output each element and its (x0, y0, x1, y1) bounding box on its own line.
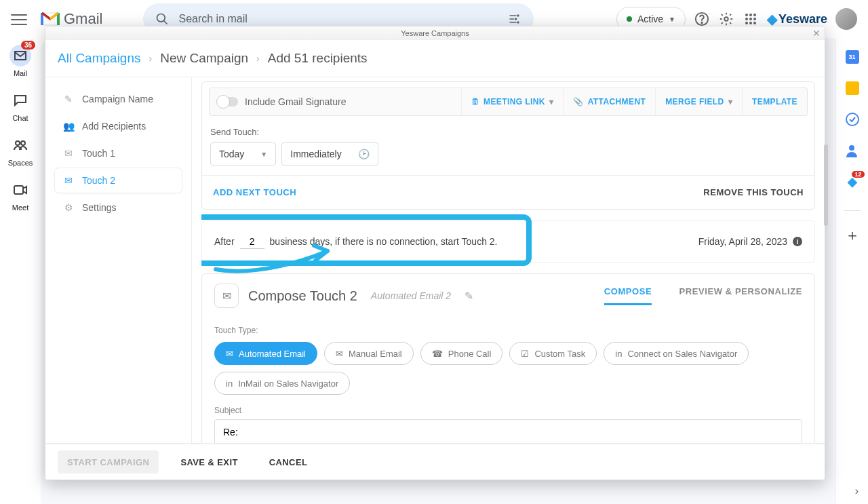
search-placeholder: Search in mail (178, 13, 508, 25)
calendar-icon[interactable]: 31 (846, 50, 859, 64)
remove-touch-button[interactable]: REMOVE THIS TOUCH (703, 187, 804, 197)
svg-point-0 (157, 14, 165, 22)
signature-label: Include Gmail Signature (245, 96, 346, 107)
yesware-logo[interactable]: ◆Yesware (767, 11, 827, 27)
chevron-down-icon: ▼ (260, 151, 267, 158)
template-button[interactable]: TEMPLATE (742, 88, 807, 115)
compose-title: Compose Touch 2 (248, 288, 357, 304)
search-icon (155, 12, 169, 26)
chevron-down-icon: ▾ (549, 97, 553, 106)
rail-spaces[interactable]: Spaces (0, 134, 41, 167)
svg-point-19 (846, 113, 859, 125)
mail-auto-icon: ✉ (226, 349, 233, 359)
svg-point-9 (753, 14, 756, 16)
svg-point-17 (21, 141, 25, 145)
paperclip-icon: 📎 (573, 97, 583, 106)
svg-point-1 (517, 14, 519, 16)
yesware-modal: Yesware Campaigns ✕ All Campaigns › New … (45, 26, 825, 480)
crumb-all-campaigns[interactable]: All Campaigns (58, 51, 141, 66)
side-expand-icon[interactable]: › (855, 485, 859, 497)
delay-date: Friday, April 28, 2023 (698, 236, 787, 247)
nav-campaign-name[interactable]: ✎Campaign Name (55, 87, 182, 111)
delay-days-input[interactable] (240, 235, 264, 249)
calendar-icon: 🗓 (471, 97, 479, 106)
svg-point-2 (515, 18, 517, 20)
svg-point-6 (724, 17, 728, 21)
apps-icon[interactable] (743, 11, 759, 27)
add-next-touch-button[interactable]: ADD NEXT TOUCH (213, 187, 296, 197)
rail-chat[interactable]: Chat (0, 90, 41, 122)
signature-toggle[interactable] (218, 97, 238, 106)
nav-touch-1[interactable]: ✉Touch 1 (55, 141, 182, 166)
svg-point-14 (749, 22, 752, 24)
main-menu-icon[interactable] (11, 11, 27, 27)
pill-inmail-navigator[interactable]: inInMail on Sales Navigator (214, 372, 350, 395)
settings-icon[interactable] (718, 11, 734, 27)
avatar[interactable] (835, 8, 857, 30)
pencil-icon: ✎ (63, 94, 74, 104)
svg-point-16 (16, 141, 20, 145)
keep-icon[interactable] (846, 81, 859, 95)
nav-add-recipients[interactable]: 👥Add Recipients (55, 114, 182, 138)
pill-manual-email[interactable]: ✉Manual Email (324, 342, 414, 365)
pill-automated-email[interactable]: ✉Automated Email (214, 342, 317, 365)
pill-phone-call[interactable]: ☎Phone Call (420, 342, 503, 365)
close-icon[interactable]: ✕ (812, 28, 821, 39)
yesware-side-icon[interactable]: ◆12 (846, 175, 859, 189)
nav-touch-2[interactable]: ✉Touch 2 (55, 168, 182, 193)
breadcrumb: All Campaigns › New Campaign › Add 51 re… (45, 40, 825, 77)
add-icon[interactable]: ＋ (846, 229, 859, 242)
pill-connect-navigator[interactable]: inConnect on Sales Navigator (604, 342, 749, 365)
crumb-add-recipients: Add 51 recipients (268, 51, 368, 66)
compose-subtitle: Automated Email 2 (371, 290, 451, 301)
meeting-link-button[interactable]: 🗓MEETING LINK▾ (461, 88, 564, 115)
compose-card: ✉ Compose Touch 2 Automated Email 2 ✎ CO… (201, 273, 815, 443)
linkedin-icon: in (226, 379, 233, 389)
compose-toolbar: Include Gmail Signature 🗓MEETING LINK▾ 📎… (209, 88, 808, 116)
start-campaign-button[interactable]: START CAMPAIGN (58, 450, 159, 473)
chevron-down-icon: ▼ (669, 16, 675, 23)
svg-point-7 (745, 14, 748, 16)
task-icon: ☑ (521, 349, 529, 359)
tasks-icon[interactable] (846, 113, 859, 126)
svg-point-8 (749, 14, 752, 16)
touch-type-label: Touch Type: (214, 326, 802, 335)
info-icon[interactable]: i (793, 237, 802, 246)
pill-custom-task[interactable]: ☑Custom Task (509, 342, 597, 365)
tab-preview[interactable]: PREVIEW & PERSONALIZE (679, 286, 802, 305)
send-day-select[interactable]: Today▼ (210, 142, 276, 166)
svg-point-20 (849, 145, 854, 151)
status-label: Active (637, 14, 663, 24)
svg-point-5 (701, 22, 702, 23)
subject-input[interactable] (214, 419, 802, 443)
modal-main: Include Gmail Signature 🗓MEETING LINK▾ 📎… (192, 77, 825, 443)
mail-send-icon: ✉ (63, 148, 74, 159)
save-exit-button[interactable]: SAVE & EXIT (171, 450, 247, 473)
subject-label: Subject (214, 406, 802, 415)
search-options-icon[interactable] (508, 12, 521, 26)
rail-meet[interactable]: Meet (0, 179, 41, 212)
send-time-select[interactable]: Immediately🕑 (281, 142, 378, 166)
compose-mail-icon: ✉ (214, 284, 239, 308)
help-icon[interactable] (694, 11, 710, 27)
gmail-left-rail: 36 Mail Chat Spaces Meet (0, 38, 41, 504)
cancel-button[interactable]: CANCEL (260, 450, 317, 473)
modal-titlebar: Yesware Campaigns ✕ (45, 26, 825, 40)
svg-rect-18 (14, 186, 23, 194)
merge-field-button[interactable]: MERGE FIELD▾ (655, 88, 742, 115)
attachment-button[interactable]: 📎ATTACHMENT (563, 88, 655, 115)
delay-suffix-label: business days, if there is no connection… (270, 236, 498, 247)
svg-point-10 (745, 18, 748, 20)
contacts-icon[interactable] (846, 144, 859, 157)
edit-title-icon[interactable]: ✎ (465, 290, 473, 303)
status-dot-icon (627, 16, 632, 22)
tab-compose[interactable]: COMPOSE (604, 286, 652, 305)
users-icon: 👥 (63, 121, 74, 132)
rail-mail[interactable]: 36 Mail (0, 45, 41, 77)
svg-point-11 (749, 18, 752, 20)
delay-after-label: After (214, 236, 235, 247)
nav-settings[interactable]: ⚙Settings (55, 195, 182, 220)
svg-point-12 (753, 18, 756, 20)
svg-point-3 (517, 21, 519, 23)
chevron-down-icon: ▾ (728, 97, 732, 106)
